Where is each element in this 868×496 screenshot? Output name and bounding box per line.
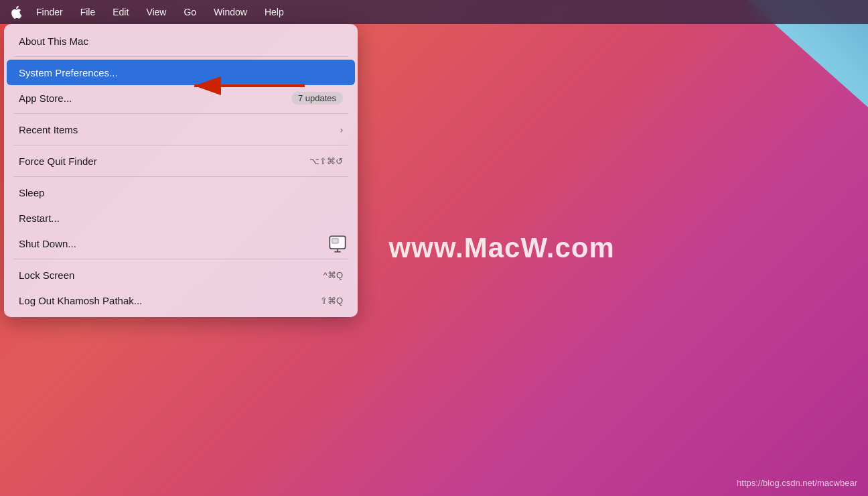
menubar-view[interactable]: View: [139, 4, 173, 20]
annotation-arrow: [181, 72, 315, 99]
menu-item-lock-screen-label: Lock Screen: [19, 269, 323, 281]
apple-dropdown-menu: About This Mac System Preferences... App…: [4, 24, 358, 317]
menu-item-sleep-label: Sleep: [19, 187, 343, 198]
url-label: https://blog.csdn.net/macwbear: [737, 478, 857, 488]
menubar-file[interactable]: File: [74, 4, 102, 20]
force-quit-shortcut: ⌥⇧⌘↺: [309, 156, 343, 166]
menu-item-lock-screen[interactable]: Lock Screen ^⌘Q: [7, 262, 355, 288]
menu-item-sleep[interactable]: Sleep: [7, 180, 355, 205]
watermark-text: www.MacW.com: [389, 232, 615, 264]
separator-5: [13, 259, 348, 259]
menubar-finder[interactable]: Finder: [29, 4, 70, 20]
menubar-window[interactable]: Window: [207, 4, 254, 20]
menu-item-restart-label: Restart...: [19, 212, 343, 224]
menu-item-force-quit[interactable]: Force Quit Finder ⌥⇧⌘↺: [7, 148, 355, 174]
submenu-arrow-icon: ›: [340, 125, 343, 135]
menu-item-shutdown[interactable]: Shut Down...: [7, 231, 355, 256]
menu-item-recent-items-label: Recent Items: [19, 124, 340, 135]
menubar-go[interactable]: Go: [177, 4, 203, 20]
menu-item-force-quit-label: Force Quit Finder: [19, 156, 309, 167]
apple-menu-button[interactable]: [7, 0, 25, 24]
menubar-edit[interactable]: Edit: [106, 4, 135, 20]
lock-screen-shortcut: ^⌘Q: [323, 270, 343, 280]
logout-shortcut: ⇧⌘Q: [320, 296, 343, 306]
svg-rect-5: [332, 239, 338, 243]
menu-item-logout[interactable]: Log Out Khamosh Pathak... ⇧⌘Q: [7, 288, 355, 313]
menu-item-restart[interactable]: Restart...: [7, 205, 355, 231]
separator-1: [13, 56, 348, 57]
menu-item-shutdown-label: Shut Down...: [19, 238, 343, 249]
menu-item-about-label: About This Mac: [19, 36, 343, 47]
menubar: Finder File Edit View Go Window Help: [0, 0, 868, 24]
separator-3: [13, 145, 348, 145]
cursor-icon: [328, 235, 347, 253]
separator-4: [13, 176, 348, 177]
menubar-help[interactable]: Help: [258, 4, 291, 20]
menu-item-about[interactable]: About This Mac: [7, 28, 355, 54]
menu-item-logout-label: Log Out Khamosh Pathak...: [19, 295, 320, 306]
separator-2: [13, 113, 348, 114]
menu-item-recent-items[interactable]: Recent Items ›: [7, 117, 355, 142]
